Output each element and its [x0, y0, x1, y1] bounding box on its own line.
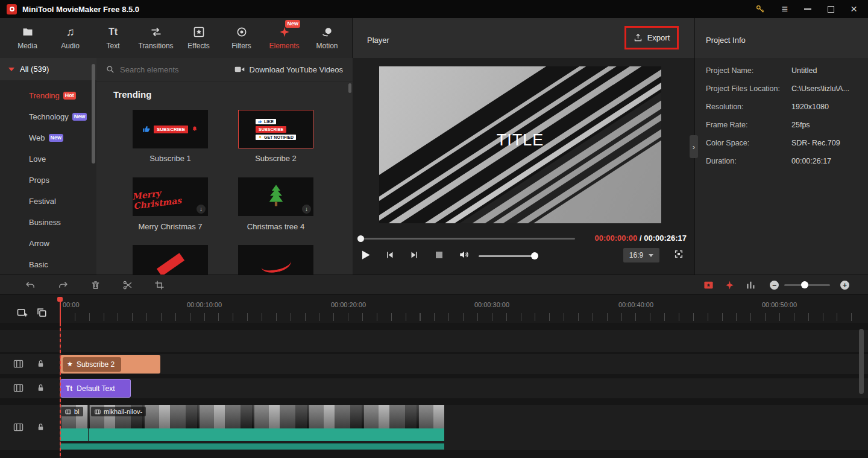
sidebar-item-props[interactable]: Props [0, 170, 96, 191]
effects-track-toggle-icon[interactable] [725, 280, 735, 290]
stop-button[interactable] [436, 252, 442, 258]
tab-filters[interactable]: Filters [220, 18, 263, 58]
track-lock-icon[interactable] [37, 419, 45, 436]
transitions-icon [150, 26, 162, 38]
download-youtube-link[interactable]: Download YouTube Videos [234, 65, 343, 74]
tab-elements[interactable]: New Elements [263, 18, 306, 58]
volume-knob[interactable] [531, 252, 538, 259]
video-1-waveform[interactable] [60, 428, 88, 441]
manage-tracks-icon[interactable] [36, 307, 47, 318]
sidebar-item-web[interactable]: Web New [0, 127, 96, 148]
sidebar-scrollbar[interactable] [92, 64, 95, 164]
panel-collapse-chevron[interactable]: › [690, 135, 698, 158]
track-lane-empty[interactable] [0, 330, 868, 352]
playback-progress-knob[interactable] [357, 235, 364, 242]
video-2-waveform[interactable] [89, 428, 444, 441]
license-key-icon[interactable] [755, 4, 765, 14]
elements-icon [278, 26, 291, 38]
undo-icon[interactable] [25, 280, 36, 290]
pi-value: Untitled [791, 66, 861, 75]
track-visibility-icon[interactable] [13, 419, 24, 436]
zoom-in-button[interactable]: + [840, 281, 849, 290]
timeline-tracks: ★ Subscribe 2 Tt Default Text bl mikhail… [0, 323, 868, 458]
pi-value: 1920x1080 [791, 103, 861, 111]
next-frame-button[interactable] [410, 250, 419, 259]
elements-scrollbar[interactable] [348, 83, 351, 93]
preview-title-text: TITLE [497, 131, 544, 150]
pi-value: C:\Users\lizlu\A... [791, 84, 861, 93]
titlebar: MiniTool MovieMaker Free 8.5.0 ≡ × [0, 0, 868, 18]
tracks-scrollbar[interactable] [859, 329, 864, 394]
track-lock-icon[interactable] [37, 355, 45, 372]
maximize-button[interactable] [828, 6, 834, 13]
volume-icon[interactable] [459, 249, 470, 260]
timeline-clip-text[interactable]: Tt Default Text [60, 379, 131, 398]
previous-frame-button[interactable] [385, 250, 394, 259]
track-visibility-icon[interactable] [13, 380, 24, 396]
element-thumb-partial-2[interactable] [238, 245, 313, 275]
element-name: Merry Christmas 7 [133, 222, 208, 231]
player-title: Player [367, 36, 389, 45]
tab-motion[interactable]: Motion [306, 18, 348, 58]
track-visibility-icon[interactable] [13, 355, 24, 372]
tab-text[interactable]: Tt Text [92, 18, 134, 58]
track-lock-icon[interactable] [37, 380, 45, 396]
playback-progress-bar[interactable] [360, 238, 575, 240]
ruler-label: 00:00 [63, 301, 80, 308]
aspect-ratio-dropdown[interactable]: 16:9 [623, 248, 659, 262]
tab-media[interactable]: Media [6, 18, 49, 58]
menu-icon[interactable]: ≡ [781, 3, 788, 16]
crop-icon[interactable] [154, 280, 165, 290]
filters-icon [236, 26, 248, 38]
sidebar-item-love[interactable]: Love [0, 148, 96, 170]
play-button[interactable] [360, 249, 371, 261]
effects-icon [193, 26, 205, 38]
timeline-video-row: bl mikhail-nilov- [60, 405, 444, 450]
tab-audio[interactable]: ♫ Audio [49, 18, 92, 58]
pi-value: 00:00:26:17 [791, 157, 861, 165]
element-thumb-partial-1[interactable] [133, 245, 208, 275]
delete-icon[interactable] [90, 280, 101, 290]
sidebar-item-technology[interactable]: Technology New [0, 106, 96, 127]
timeline-zoom-knob[interactable] [801, 281, 808, 288]
player-header: Player Export [353, 18, 694, 58]
sidebar-item-trending[interactable]: Trending Hot [0, 85, 96, 106]
tab-transitions[interactable]: Transitions [134, 18, 177, 58]
split-scissors-icon[interactable] [122, 280, 133, 290]
category-all-dropdown[interactable]: All (539) [0, 58, 96, 80]
element-clip-icon: ★ [67, 360, 73, 368]
redo-icon[interactable] [58, 280, 68, 290]
zoom-out-button[interactable]: − [770, 281, 779, 290]
export-button[interactable]: Export [624, 26, 679, 49]
elements-track-toggle-icon[interactable] [703, 280, 714, 290]
search-input[interactable] [120, 65, 210, 74]
section-title: Trending [113, 89, 151, 100]
element-thumb-subscribe-1[interactable]: SUBSCRIBE [133, 110, 208, 148]
current-time: 00:00:00:00 [595, 234, 638, 243]
element-thumb-christmas-tree-4[interactable]: ↓ [238, 177, 313, 216]
element-thumb-subscribe-2[interactable]: LIKE SUBSCRIBE GET NOTIFIED [238, 110, 313, 148]
fullscreen-icon[interactable] [674, 249, 684, 259]
add-track-icon[interactable] [17, 307, 28, 318]
sidebar-item-business[interactable]: Business [0, 212, 96, 233]
app-logo-icon [7, 4, 17, 14]
tab-effects[interactable]: Effects [177, 18, 220, 58]
sidebar-item-festival[interactable]: Festival [0, 191, 96, 212]
timeline-ruler[interactable]: 00:00 00:00:10:00 00:00:20:00 00:00:30:0… [0, 294, 868, 323]
motion-icon [321, 26, 333, 38]
minimize-button[interactable] [804, 8, 811, 10]
elements-panel: Download YouTube Videos Trending SUBSCRI… [96, 58, 353, 275]
sidebar-item-basic[interactable]: Basic [0, 254, 96, 275]
track-height-icon[interactable] [746, 280, 756, 290]
close-button[interactable]: × [851, 6, 857, 12]
video-clip-1-label: bl [74, 408, 80, 415]
video-audio-strip[interactable] [60, 443, 444, 450]
playhead-line[interactable] [60, 297, 61, 323]
volume-slider[interactable] [479, 255, 535, 257]
new-badge: New [49, 134, 64, 142]
element-thumb-merry-christmas-7[interactable]: Merry Christmas ↓ [133, 177, 208, 216]
timeline-clip-element[interactable]: ★ Subscribe 2 [60, 355, 160, 374]
sidebar-item-arrow[interactable]: Arrow [0, 233, 96, 254]
pi-label: Duration: [706, 157, 791, 165]
ruler-label: 00:00:50:00 [762, 301, 797, 308]
